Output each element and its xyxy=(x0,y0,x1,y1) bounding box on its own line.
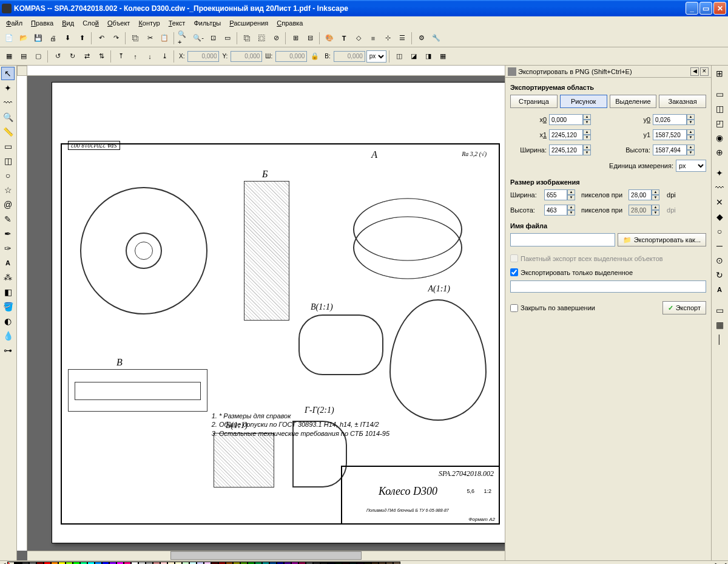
open-icon[interactable]: 📂 xyxy=(17,32,30,45)
fill-dialog-icon[interactable]: 🎨 xyxy=(323,32,336,45)
ungroup-icon[interactable]: ⊟ xyxy=(303,32,317,45)
select-all-icon[interactable]: ▦ xyxy=(2,50,16,63)
color-swatch[interactable] xyxy=(175,562,182,564)
x-input[interactable] xyxy=(187,51,219,62)
rotate-cw-icon[interactable]: ↻ xyxy=(66,50,79,63)
snap-corner-icon[interactable]: ◰ xyxy=(713,117,726,130)
snap-object-center-icon[interactable]: ⊙ xyxy=(713,254,726,267)
color-swatch[interactable] xyxy=(393,562,400,564)
export-button[interactable]: ✓Экспорт xyxy=(662,301,706,314)
area-width-input[interactable]: ▲▼ xyxy=(549,144,591,155)
snap-rotation-icon[interactable]: ↻ xyxy=(713,268,726,282)
dpi-w-input[interactable]: ▲▼ xyxy=(629,189,659,200)
text-dialog-icon[interactable]: T xyxy=(337,32,351,45)
palette-scroll-left[interactable]: ◄ xyxy=(0,561,7,564)
color-swatch[interactable] xyxy=(262,562,269,564)
x0-input[interactable]: ▲▼ xyxy=(549,114,591,125)
snap-center-icon[interactable]: ⊕ xyxy=(713,146,726,159)
y1-input[interactable]: ▲▼ xyxy=(653,129,695,140)
menu-extensions[interactable]: Расширения xyxy=(226,18,272,28)
color-swatch[interactable] xyxy=(138,562,146,564)
canvas[interactable]: SPA.27042018.002 Ra 3,2 (√) А Б xyxy=(27,76,505,551)
align-icon[interactable]: ≡ xyxy=(366,32,380,45)
palette-scroll-right[interactable]: ► xyxy=(713,561,721,564)
zoom-in-icon[interactable]: 🔍+ xyxy=(177,32,190,45)
bucket-tool-icon[interactable]: 🪣 xyxy=(1,300,15,313)
group-icon[interactable]: ⊞ xyxy=(289,32,302,45)
save-icon[interactable]: 💾 xyxy=(32,32,45,45)
color-swatch[interactable] xyxy=(306,562,313,564)
color-swatch[interactable] xyxy=(44,562,51,564)
color-swatch[interactable] xyxy=(379,562,386,564)
affect-corner-icon[interactable]: ◪ xyxy=(407,50,420,63)
maximize-button[interactable]: ▭ xyxy=(699,2,712,15)
measure-tool-icon[interactable]: 📏 xyxy=(1,125,15,138)
color-swatch[interactable] xyxy=(36,562,44,564)
panel-dock-button[interactable]: ◀ xyxy=(690,67,699,76)
color-swatch[interactable] xyxy=(248,562,255,564)
ruler-horizontal[interactable] xyxy=(27,66,505,76)
snap-smooth-icon[interactable]: ○ xyxy=(713,225,726,238)
menu-help[interactable]: Справка xyxy=(273,18,306,28)
text-tool-icon[interactable]: A xyxy=(1,256,15,270)
copy-icon[interactable]: ⿻ xyxy=(129,32,142,45)
color-swatch[interactable] xyxy=(298,562,306,564)
tab-selection[interactable]: Выделение xyxy=(610,95,657,108)
selector-tool-icon[interactable]: ↖ xyxy=(1,67,15,80)
color-swatch[interactable] xyxy=(357,562,364,564)
tweak-tool-icon[interactable]: 〰 xyxy=(1,96,15,109)
color-swatch[interactable] xyxy=(335,562,342,564)
y-input[interactable] xyxy=(231,51,262,62)
snap-node-icon[interactable]: ✦ xyxy=(713,166,726,180)
color-swatch[interactable] xyxy=(87,562,95,564)
img-height-input[interactable]: ▲▼ xyxy=(544,205,575,216)
color-swatch[interactable] xyxy=(51,562,58,564)
new-icon[interactable]: 📄 xyxy=(2,32,16,45)
color-swatch[interactable] xyxy=(167,562,175,564)
color-swatch[interactable] xyxy=(386,562,393,564)
color-swatch[interactable] xyxy=(29,562,36,564)
color-swatch[interactable] xyxy=(349,562,357,564)
snap-page-icon[interactable]: ▭ xyxy=(713,304,726,317)
export-as-button[interactable]: 📁 Экспортировать как... xyxy=(618,233,706,246)
import-icon[interactable]: ⬇ xyxy=(61,32,74,45)
color-swatch[interactable] xyxy=(95,562,102,564)
3dbox-tool-icon[interactable]: ◫ xyxy=(1,154,15,168)
export-icon[interactable]: ⬆ xyxy=(75,32,89,45)
y0-input[interactable]: ▲▼ xyxy=(653,114,695,125)
rotate-ccw-icon[interactable]: ↺ xyxy=(51,50,64,63)
h-input[interactable] xyxy=(334,51,365,62)
clone-icon[interactable]: ⿴ xyxy=(255,32,268,45)
filename-input[interactable] xyxy=(510,233,615,246)
swatch-none[interactable] xyxy=(7,562,15,564)
color-swatch[interactable] xyxy=(189,562,197,564)
menu-file[interactable]: Файл xyxy=(2,18,26,28)
lower-bottom-icon[interactable]: ⤓ xyxy=(158,50,171,63)
color-swatch[interactable] xyxy=(342,562,349,564)
color-swatch[interactable] xyxy=(131,562,138,564)
tab-custom[interactable]: Заказная xyxy=(659,95,706,108)
affect-gradient-icon[interactable]: ◨ xyxy=(422,50,435,63)
menu-edit[interactable]: Правка xyxy=(27,18,57,28)
duplicate-icon[interactable]: ⿻ xyxy=(240,32,254,45)
close-button[interactable]: ✕ xyxy=(713,2,726,15)
area-unit-select[interactable]: px xyxy=(676,160,706,172)
pencil-tool-icon[interactable]: ✎ xyxy=(1,212,15,226)
color-swatch[interactable] xyxy=(153,562,160,564)
scrollbar-horizontal[interactable] xyxy=(27,551,505,560)
spray-tool-icon[interactable]: ⁂ xyxy=(1,271,15,284)
x1-input[interactable]: ▲▼ xyxy=(549,129,591,140)
raise-icon[interactable]: ↑ xyxy=(129,50,142,63)
lower-icon[interactable]: ↓ xyxy=(143,50,157,63)
snap-midpoint-icon[interactable]: ◉ xyxy=(713,131,726,144)
palette-menu[interactable]: ◄ xyxy=(721,561,728,564)
w-input[interactable] xyxy=(275,51,307,62)
color-swatch[interactable] xyxy=(146,562,153,564)
color-swatch[interactable] xyxy=(204,562,211,564)
cb-close[interactable] xyxy=(510,304,518,312)
ellipse-tool-icon[interactable]: ○ xyxy=(1,169,15,182)
connector-tool-icon[interactable]: ⊶ xyxy=(1,344,15,357)
snap-line-mid-icon[interactable]: ─ xyxy=(713,239,726,253)
img-width-input[interactable]: ▲▼ xyxy=(544,189,575,200)
color-swatch[interactable] xyxy=(80,562,87,564)
